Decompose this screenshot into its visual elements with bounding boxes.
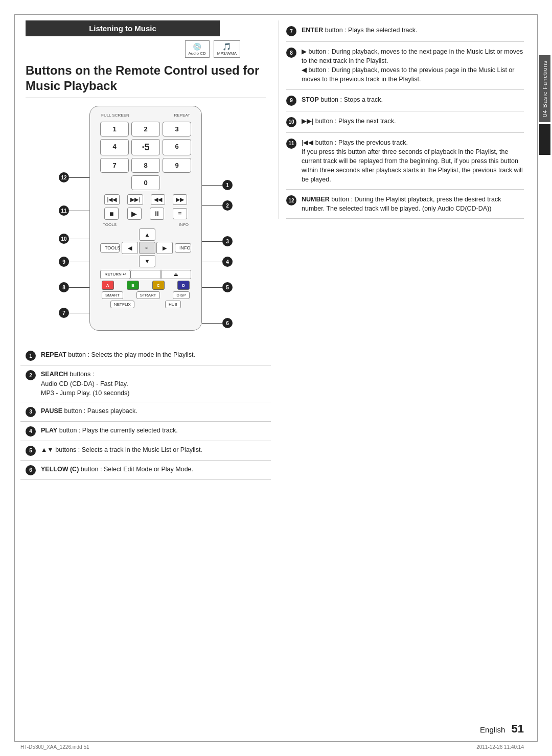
btn-1: 1 [100,122,129,136]
btn-down: ▼ [139,255,155,267]
footer-left: HT-D5300_XAA_1226.indd 51 [20,744,89,750]
line-12 [69,177,89,178]
right-item-text-11: |◀◀ button : Plays the previous track.If… [302,138,524,185]
remote-numpad: 1 2 3 4 ·5 6 7 8 9 0 [100,122,191,190]
line-3 [202,241,222,242]
column-divider [279,20,279,219]
item-row-6: 6 YELLOW (C) button : Select Edit Mode o… [20,461,271,480]
btn-smart: SMART [102,291,123,299]
callout-12: 12 [59,172,69,182]
btn-left: ◀ [122,242,138,254]
line-4 [202,262,222,262]
item-row-5: 5 ▲▼ buttons : Selects a track in the Mu… [20,441,271,461]
remote-playback-row: ■ ▶ ⏸ ≡ [100,208,191,220]
callout-8-left: 8 [59,282,69,292]
right-item-row-11: 11 |◀◀ button : Plays the previous track… [286,133,524,190]
remote-nav-section: TOOLS INFO TOOLS ▲ ◀ ↵ ▶ [100,222,191,267]
footer: HT-D5300_XAA_1226.indd 51 2011-12-26 11:… [20,744,524,750]
item-text-4: PLAY button : Plays the currently select… [41,426,178,435]
btn-5: ·5 [131,139,160,155]
btn-red: A [102,281,114,290]
main-content: Listening to Music 💿 Audio CD 🎵 MP3/WMA … [20,20,524,736]
callout-10: 10 [59,234,69,244]
btn-4: 4 [100,139,129,155]
btn-playlist: ≡ [173,208,187,219]
item-num-1: 1 [26,351,36,361]
page-number-prefix: English [480,725,505,734]
btn-6: 6 [163,139,191,155]
btn-prev-track: |◀◀ [104,194,120,205]
right-item-num-11: 11 [286,139,296,149]
bottom-items-list: 1 REPEAT button : Selects the play mode … [20,346,271,479]
btn-info: INFO [175,243,191,253]
remote-transport-row: |◀◀ ▶▶| ◀◀ ▶▶ [100,194,191,205]
btn-0: 0 [131,175,160,190]
callout-9-left: 9 [59,257,69,267]
btn-enter-nav: ↵ [139,242,155,254]
btn-up: ▲ [139,228,155,241]
right-item-row-12: 12 NUMBER button : During the Playlist p… [286,190,524,219]
line-6 [202,323,222,324]
btn-strart: STRART [136,291,160,299]
media-icons-row: 💿 Audio CD 🎵 MP3/WMA [20,40,240,58]
page-border-bottom [14,741,538,742]
btn-blue: D [177,281,190,290]
page-title: Buttons on the Remote Control used for M… [26,63,271,94]
right-item-num-9: 9 [286,96,296,106]
line-7 [69,313,89,313]
line-1 [202,185,222,186]
btn-7: 7 [100,158,129,173]
btn-disp: DISP [173,291,190,299]
btn-play: ▶ [127,208,142,220]
line-9 [69,262,89,262]
left-column: Listening to Music 💿 Audio CD 🎵 MP3/WMA … [20,20,271,480]
item-num-3: 3 [26,407,36,417]
btn-rewind: ◀◀ [151,194,165,205]
line-5 [202,287,222,288]
item-text-5: ▲▼ buttons : Selects a track in the Musi… [41,445,202,454]
right-item-text-9: STOP button : Stops a track. [302,95,383,104]
right-items-list: 7 ENTER button : Plays the selected trac… [286,20,524,219]
mp3-wma-icon: 🎵 MP3/WMA [214,40,240,58]
right-item-row-7: 7 ENTER button : Plays the selected trac… [286,20,524,42]
btn-9: 9 [163,158,191,173]
remote-diagram: FULL SCREEN REPEAT 1 2 3 4 ·5 6 7 8 9 0 [59,106,233,336]
item-row-2: 2 SEARCH buttons :Audio CD (CD-DA) - Fas… [20,365,271,402]
tools-label: TOOLS [103,222,117,227]
right-item-text-12: NUMBER button : During the Playlist play… [302,195,524,213]
right-item-row-8: 8 ▶ button : During playback, moves to t… [286,42,524,90]
item-text-3: PAUSE button : Pauses playback. [41,406,137,416]
page-number: English 51 [480,722,524,736]
btn-netflix: NETFLIX [110,301,134,308]
right-item-row-10: 10 ▶▶| button : Plays the next track. [286,111,524,133]
item-text-1: REPEAT button : Selects the play mode in… [41,350,195,359]
right-item-num-12: 12 [286,195,296,205]
item-row-4: 4 PLAY button : Plays the currently sele… [20,422,271,441]
remote-body: FULL SCREEN REPEAT 1 2 3 4 ·5 6 7 8 9 0 [89,106,202,331]
remote-return-row: RETURN ↩ ⏏ [100,270,191,279]
callout-5: 5 [222,282,233,292]
sidebar-accent-block [539,124,550,155]
section-header: Listening to Music [26,20,220,36]
item-text-6: YELLOW (C) button : Select Edit Mode or … [41,465,193,474]
remote-top-labels: FULL SCREEN REPEAT [95,113,196,118]
right-item-text-7: ENTER button : Plays the selected track. [302,26,418,35]
callout-3: 3 [222,236,233,246]
item-row-3: 3 PAUSE button : Pauses playback. [20,402,271,422]
remote-color-row: A B C D [95,281,196,290]
footer-right: 2011-12-26 11:40:14 [476,744,524,750]
btn-return: RETURN ↩ [100,270,130,279]
btn-pause: ⏸ [150,208,164,220]
title-divider [26,98,266,98]
callout-7-left: 7 [59,308,69,318]
line-11 [69,211,89,211]
page-border-left [14,14,15,742]
page-border-top [14,14,538,15]
item-text-2: SEARCH buttons :Audio CD (CD-DA) - Fast … [41,370,129,397]
item-num-2: 2 [26,370,36,380]
line-8 [69,287,89,288]
callout-11-left: 11 [59,205,69,216]
btn-green: B [127,281,139,290]
chapter-label: 04 Basic Functions [539,55,550,122]
btn-yellow: C [152,281,165,290]
